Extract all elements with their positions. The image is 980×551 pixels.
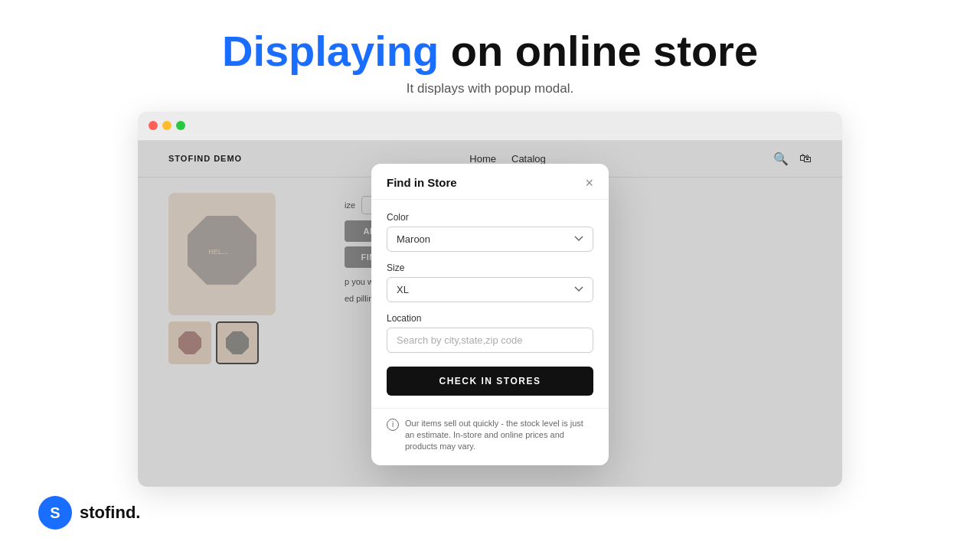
location-form-group: Location [387,313,593,353]
info-icon: i [387,419,399,431]
color-form-group: Color Maroon Black Navy Gray [387,212,593,252]
modal-overlay: Find in Store × Color Maroon Black Navy … [138,141,842,487]
modal-close-button[interactable]: × [585,176,593,190]
page-subtitle: It displays with popup modal. [222,81,758,96]
page-header: Displaying on online store It displays w… [207,0,773,109]
dot-green[interactable] [176,121,185,130]
modal-title: Find in Store [387,176,457,189]
find-in-store-modal: Find in Store × Color Maroon Black Navy … [371,164,609,465]
location-input[interactable] [387,328,593,353]
size-form-group: Size XS S M L XL XXL [387,262,593,302]
browser-titlebar [138,112,842,141]
check-in-stores-button[interactable]: CHECK IN STORES [387,367,593,396]
browser-mockup: STOFIND DEMO Home Catalog 🔍 🛍 HEL... [138,112,842,487]
page-title: Displaying on online store [222,28,758,75]
dot-yellow[interactable] [162,121,172,130]
modal-footer-text: Our items sell out quickly - the stock l… [405,418,593,453]
brand-logo: S [38,496,72,530]
color-label: Color [387,212,593,223]
modal-body: Color Maroon Black Navy Gray Size XS [371,200,609,408]
color-select[interactable]: Maroon Black Navy Gray [387,227,593,252]
store-page: STOFIND DEMO Home Catalog 🔍 🛍 HEL... [138,141,842,487]
size-select-modal[interactable]: XS S M L XL XXL [387,277,593,302]
dot-red[interactable] [149,121,158,130]
modal-header: Find in Store × [371,164,609,200]
modal-footer: i Our items sell out quickly - the stock… [371,408,609,465]
bottom-branding: S stofind. [38,496,140,530]
brand-name: stofind. [80,503,140,523]
size-label: Size [387,262,593,273]
location-label: Location [387,313,593,324]
